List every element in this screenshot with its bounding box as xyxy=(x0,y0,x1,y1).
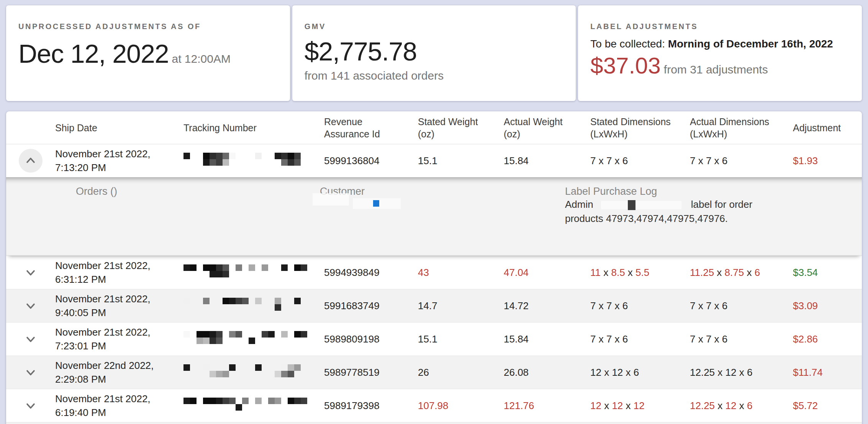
expand-row-button[interactable] xyxy=(19,327,43,351)
label-purchase-log-heading: Label Purchase Log xyxy=(565,186,810,197)
table-header-row: Ship DateTracking NumberRevenueAssurance… xyxy=(6,111,862,144)
purchaser-name-redacted xyxy=(593,199,691,210)
revenue-assurance-id-cell: 5989179398 xyxy=(324,399,418,413)
stated-dimensions-cell: 7 x 7 x 6 xyxy=(590,299,690,313)
adjustment-cell: $3.09 xyxy=(793,299,862,313)
row-expander-cell xyxy=(6,327,55,351)
table-row: November 21st 2022,9:40:05 PM59916837491… xyxy=(6,289,862,322)
column-header-line2: (oz) xyxy=(504,128,583,140)
label-adjustments-card-label: LABEL ADJUSTMENTS xyxy=(590,22,850,31)
column-header-actual-dimensions: Actual Dimensions(LxWxH) xyxy=(690,116,793,140)
tracking-number-cell xyxy=(183,364,324,381)
mosaic-row xyxy=(183,159,314,166)
revenue-assurance-id-cell: 5991683749 xyxy=(324,299,418,313)
tracking-number-cell xyxy=(183,331,324,347)
column-header-line1: Revenue xyxy=(324,116,410,128)
stated-dimensions-cell: 11 x 8.5 x 5.5 xyxy=(590,266,690,279)
column-header-ship-date: Ship Date xyxy=(55,122,183,134)
stated-weight-cell: 43 xyxy=(418,266,504,279)
ship-date-line2: 2:29:08 PM xyxy=(55,372,176,386)
unprocessed-adjustments-card: UNPROCESSED ADJUSTMENTS AS OF Dec 12, 20… xyxy=(6,5,290,101)
actual-weight-cell: 15.84 xyxy=(504,154,590,168)
tracking-number-redacted xyxy=(183,364,307,377)
label-adjustments-amount: $37.03 xyxy=(590,52,661,79)
collect-line: To be collected: Morning of December 16t… xyxy=(590,38,850,50)
adjustment-cell: $11.74 xyxy=(793,365,862,379)
column-header-stated-dimensions: Stated Dimensions(LxWxH) xyxy=(590,116,690,140)
tracking-number-redacted xyxy=(183,264,307,277)
actual-dimensions-cell: 12.25 x 12 x 6 xyxy=(690,365,793,379)
tracking-number-cell xyxy=(183,153,324,169)
column-header-line2: (LxWxH) xyxy=(690,128,785,140)
ship-date-line2: 6:19:40 PM xyxy=(55,406,176,419)
adjustment-cell: $5.72 xyxy=(793,399,862,413)
ship-date-cell: November 22nd 2022,2:29:08 PM xyxy=(55,359,183,386)
customer-link-redacted[interactable] xyxy=(373,200,379,207)
tracking-number-redacted xyxy=(183,331,307,344)
revenue-assurance-id-cell: 5999136804 xyxy=(324,154,418,168)
tracking-number-redacted xyxy=(183,298,307,311)
gmv-amount: $2,775.78 xyxy=(305,36,417,66)
adjustment-cell: $1.93 xyxy=(793,154,862,168)
column-header-adjustment: Adjustment xyxy=(793,122,862,134)
tracking-number-cell xyxy=(183,264,324,281)
label-adjustments-card: LABEL ADJUSTMENTS To be collected: Morni… xyxy=(578,5,862,101)
gmv-card: GMV $2,775.78 from 141 associated orders xyxy=(292,5,576,101)
chevron-down-icon xyxy=(24,266,37,279)
table-row: November 21st 2022,7:23:01 PM59898091981… xyxy=(6,322,862,356)
gmv-card-label: GMV xyxy=(305,22,565,31)
mosaic-row xyxy=(183,153,314,159)
ship-date-cell: November 21st 2022,6:19:40 PM xyxy=(55,392,183,419)
expand-row-button[interactable] xyxy=(19,360,43,384)
log-line-1: Adminlabel for order xyxy=(565,197,810,212)
tracking-number-cell xyxy=(183,398,324,414)
log-label-text: label for order xyxy=(691,197,752,212)
customer-name-redacted xyxy=(313,193,349,205)
actual-dimensions-cell: 12.25 x 12 x 6 xyxy=(690,399,793,413)
actual-weight-cell: 47.04 xyxy=(504,266,590,279)
expand-row-button[interactable] xyxy=(19,394,43,417)
column-header-revenue: RevenueAssurance Id xyxy=(324,116,418,140)
mosaic-row xyxy=(183,298,307,304)
actual-weight-cell: 121.76 xyxy=(504,399,590,413)
ship-date-line1: November 21st 2022, xyxy=(55,147,176,161)
chevron-down-icon xyxy=(24,333,37,346)
actual-dimensions-cell: 7 x 7 x 6 xyxy=(690,154,793,168)
table-row: November 21st 2022,6:31:12 PM59949398494… xyxy=(6,256,862,289)
ship-date-line1: November 21st 2022, xyxy=(55,292,176,306)
adjustment-cell: $3.54 xyxy=(793,266,862,279)
unprocessed-time: at 12:00AM xyxy=(172,52,231,65)
column-header-line1: Actual Dimensions xyxy=(690,116,785,128)
column-header-line1: Stated Dimensions xyxy=(590,116,682,128)
mosaic-row xyxy=(183,304,307,311)
tracking-number-redacted xyxy=(183,153,314,166)
stated-weight-cell: 14.7 xyxy=(418,299,504,313)
row-expander-cell xyxy=(6,360,55,384)
actual-dimensions-cell: 11.25 x 8.75 x 6 xyxy=(690,266,793,279)
actual-weight-cell: 15.84 xyxy=(504,332,590,346)
chevron-down-icon xyxy=(24,299,37,312)
ship-date-line2: 7:13:20 PM xyxy=(55,161,176,174)
stated-dimensions-cell: 12 x 12 x 12 xyxy=(590,399,690,413)
actual-weight-cell: 26.08 xyxy=(504,365,590,379)
row-expander-cell xyxy=(6,394,55,417)
redaction-dark-block xyxy=(628,200,635,210)
ship-date-line1: November 21st 2022, xyxy=(55,259,176,272)
ship-date-cell: November 21st 2022,7:23:01 PM xyxy=(55,325,183,353)
unprocessed-card-label: UNPROCESSED ADJUSTMENTS AS OF xyxy=(18,22,278,31)
revenue-assurance-id-cell: 5994939849 xyxy=(324,266,418,279)
table-row: November 21st 2022,7:13:20 PM59991368041… xyxy=(6,144,862,177)
chevron-down-icon xyxy=(24,399,37,412)
unprocessed-date: Dec 12, 2022 xyxy=(18,39,169,68)
actual-dimensions-cell: 7 x 7 x 6 xyxy=(690,332,793,346)
adjustment-cell: $2.86 xyxy=(793,332,862,346)
mosaic-row xyxy=(183,404,307,411)
expand-row-button[interactable] xyxy=(19,261,43,284)
collapse-row-button[interactable] xyxy=(19,149,43,173)
column-header-line1: Ship Date xyxy=(55,122,176,134)
expand-row-button[interactable] xyxy=(19,294,43,318)
revenue-assurance-id-cell: 5989778519 xyxy=(324,365,418,379)
row-expander-cell xyxy=(6,149,55,173)
ship-date-line1: November 21st 2022, xyxy=(55,325,176,339)
table-row: November 22nd 2022,2:29:08 PM59897785192… xyxy=(6,356,862,389)
